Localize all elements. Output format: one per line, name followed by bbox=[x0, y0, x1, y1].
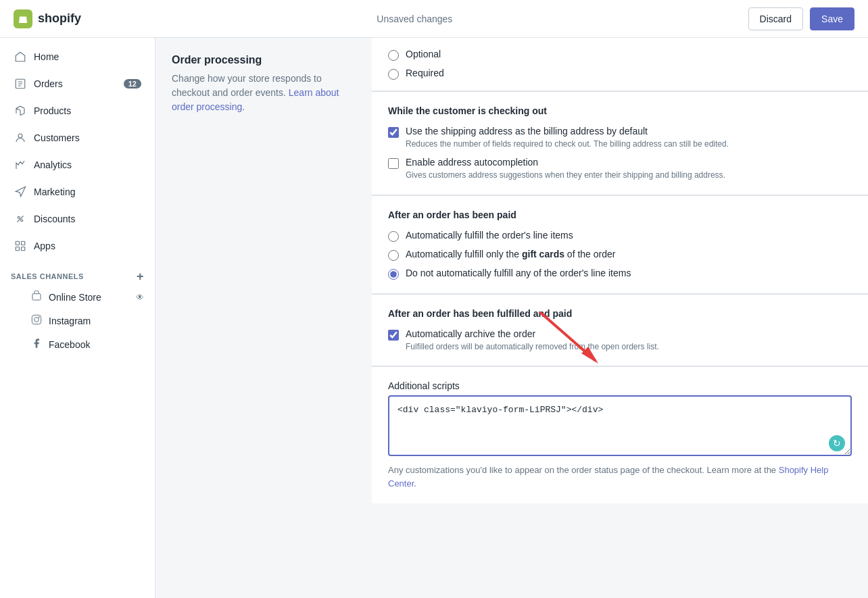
products-icon bbox=[14, 104, 27, 118]
use-shipping-option: Use the shipping address as the billing … bbox=[388, 126, 852, 150]
marketing-icon bbox=[14, 185, 27, 199]
no-auto-fulfill-text: Do not automatically fulfill any of the … bbox=[406, 268, 852, 278]
apps-icon bbox=[14, 239, 27, 253]
preview-icon[interactable]: 👁 bbox=[136, 293, 144, 302]
content-area: Order processing Change how your store r… bbox=[155, 38, 868, 598]
use-shipping-desc: Reduces the number of fields required to… bbox=[406, 139, 852, 150]
facebook-icon bbox=[31, 338, 42, 351]
sidebar-products-label: Products bbox=[34, 105, 141, 116]
layout: Home Orders 12 Products Customers Anal bbox=[0, 38, 868, 598]
sidebar-orders-label: Orders bbox=[34, 78, 117, 89]
add-sales-channel-button[interactable]: + bbox=[137, 270, 144, 282]
facebook-label: Facebook bbox=[49, 339, 90, 350]
topbar-status: Unsaved changes bbox=[377, 14, 452, 24]
additional-scripts-wrapper: ↻ bbox=[388, 395, 852, 458]
topbar-actions: Discard Save bbox=[748, 7, 854, 30]
svg-point-11 bbox=[39, 317, 39, 318]
sidebar-analytics-label: Analytics bbox=[34, 159, 141, 170]
no-auto-fulfill-radio[interactable] bbox=[388, 269, 399, 280]
use-shipping-label: Use the shipping address as the billing … bbox=[406, 126, 852, 136]
optional-required-section: Optional Required bbox=[372, 38, 868, 91]
checking-out-title: While the customer is checking out bbox=[388, 105, 852, 116]
auto-fulfill-all-option: Automatically fulfill the order's line i… bbox=[388, 230, 852, 242]
enable-autocomplete-option: Enable address autocompletion Gives cust… bbox=[388, 157, 852, 181]
svg-point-10 bbox=[34, 318, 39, 322]
svg-rect-9 bbox=[32, 315, 41, 324]
svg-point-3 bbox=[21, 220, 23, 222]
sidebar-item-home[interactable]: Home bbox=[3, 43, 152, 70]
sidebar-item-discounts[interactable]: Discounts bbox=[3, 205, 152, 232]
use-shipping-text: Use the shipping address as the billing … bbox=[406, 126, 852, 150]
sidebar-item-online-store[interactable]: Online Store 👁 bbox=[0, 285, 155, 309]
auto-archive-label: Automatically archive the order bbox=[406, 328, 852, 339]
required-option: Required bbox=[388, 68, 852, 80]
optional-option: Optional bbox=[388, 49, 852, 61]
svg-rect-5 bbox=[22, 241, 25, 245]
sidebar-customers-label: Customers bbox=[34, 132, 141, 143]
additional-scripts-label: Additional scripts bbox=[388, 380, 852, 391]
sidebar-item-apps[interactable]: Apps bbox=[3, 232, 152, 259]
svg-rect-7 bbox=[22, 247, 25, 251]
no-auto-fulfill-label: Do not automatically fulfill any of the … bbox=[406, 268, 852, 278]
section-description: Change how your store responds to checko… bbox=[172, 72, 356, 114]
additional-scripts-input[interactable] bbox=[388, 395, 852, 456]
sidebar-item-products[interactable]: Products bbox=[3, 97, 152, 124]
auto-fulfill-all-label: Automatically fulfill the order's line i… bbox=[406, 230, 852, 241]
enable-autocomplete-checkbox[interactable] bbox=[388, 158, 399, 169]
optional-label[interactable]: Optional bbox=[406, 49, 441, 59]
auto-fulfill-gift-radio[interactable] bbox=[388, 250, 399, 261]
orders-badge: 12 bbox=[124, 79, 141, 89]
enable-autocomplete-text: Enable address autocompletion Gives cust… bbox=[406, 157, 852, 181]
svg-point-1 bbox=[18, 134, 22, 138]
shopify-bag-icon bbox=[14, 9, 32, 28]
auto-archive-text: Automatically archive the order Fulfille… bbox=[406, 328, 852, 353]
auto-fulfill-all-text: Automatically fulfill the order's line i… bbox=[406, 230, 852, 241]
enable-autocomplete-label: Enable address autocompletion bbox=[406, 157, 852, 168]
checking-out-section: While the customer is checking out Use t… bbox=[372, 91, 868, 195]
sidebar-apps-label: Apps bbox=[34, 241, 141, 251]
after-fulfilled-title: After an order has been fulfilled and pa… bbox=[388, 308, 852, 319]
save-button[interactable]: Save bbox=[810, 7, 854, 30]
optional-radio[interactable] bbox=[388, 50, 399, 61]
analytics-icon bbox=[14, 158, 27, 172]
sidebar-item-facebook[interactable]: Facebook bbox=[0, 332, 155, 356]
auto-archive-checkbox[interactable] bbox=[388, 330, 399, 341]
sidebar: Home Orders 12 Products Customers Anal bbox=[0, 38, 155, 598]
auto-archive-desc: Fulfilled orders will be automatically r… bbox=[406, 341, 852, 353]
svg-point-2 bbox=[18, 216, 20, 218]
sidebar-item-analytics[interactable]: Analytics bbox=[3, 151, 152, 178]
main-content: Order processing Change how your store r… bbox=[155, 38, 868, 598]
after-paid-section: After an order has been paid Automatical… bbox=[372, 195, 868, 294]
sidebar-discounts-label: Discounts bbox=[34, 214, 141, 224]
after-fulfilled-section: After an order has been fulfilled and pa… bbox=[372, 294, 868, 367]
discounts-icon bbox=[14, 212, 27, 226]
topbar-left: shopify bbox=[14, 9, 81, 28]
svg-rect-8 bbox=[32, 294, 41, 300]
additional-scripts-hint: Any customizations you'd like to appear … bbox=[388, 464, 852, 490]
home-icon bbox=[14, 50, 27, 64]
required-label[interactable]: Required bbox=[406, 68, 444, 78]
sidebar-item-instagram[interactable]: Instagram bbox=[0, 309, 155, 332]
auto-fulfill-gift-label: Automatically fulfill only the gift card… bbox=[406, 249, 852, 259]
auto-archive-option: Automatically archive the order Fulfille… bbox=[388, 328, 852, 353]
topbar: shopify Unsaved changes Discard Save bbox=[0, 0, 868, 38]
orders-icon bbox=[14, 77, 27, 91]
no-auto-fulfill-option: Do not automatically fulfill any of the … bbox=[388, 268, 852, 280]
discard-button[interactable]: Discard bbox=[748, 7, 803, 30]
sidebar-item-customers[interactable]: Customers bbox=[3, 124, 152, 151]
after-paid-title: After an order has been paid bbox=[388, 209, 852, 220]
section-title: Order processing bbox=[172, 54, 356, 66]
required-radio[interactable] bbox=[388, 69, 399, 80]
auto-fulfill-all-radio[interactable] bbox=[388, 231, 399, 242]
sidebar-item-orders[interactable]: Orders 12 bbox=[3, 70, 152, 97]
use-shipping-checkbox[interactable] bbox=[388, 127, 399, 138]
sidebar-item-marketing[interactable]: Marketing bbox=[3, 178, 152, 205]
additional-scripts-section: Additional scripts ↻ Any customizations … bbox=[372, 366, 868, 503]
customers-icon bbox=[14, 131, 27, 145]
svg-rect-6 bbox=[16, 247, 19, 251]
svg-rect-4 bbox=[16, 241, 19, 245]
shopify-logo[interactable]: shopify bbox=[14, 9, 81, 28]
auto-fulfill-gift-text: Automatically fulfill only the gift card… bbox=[406, 249, 852, 259]
left-panel: Order processing Change how your store r… bbox=[155, 38, 372, 598]
sales-channels-section-title: SALES CHANNELS + bbox=[0, 259, 155, 285]
